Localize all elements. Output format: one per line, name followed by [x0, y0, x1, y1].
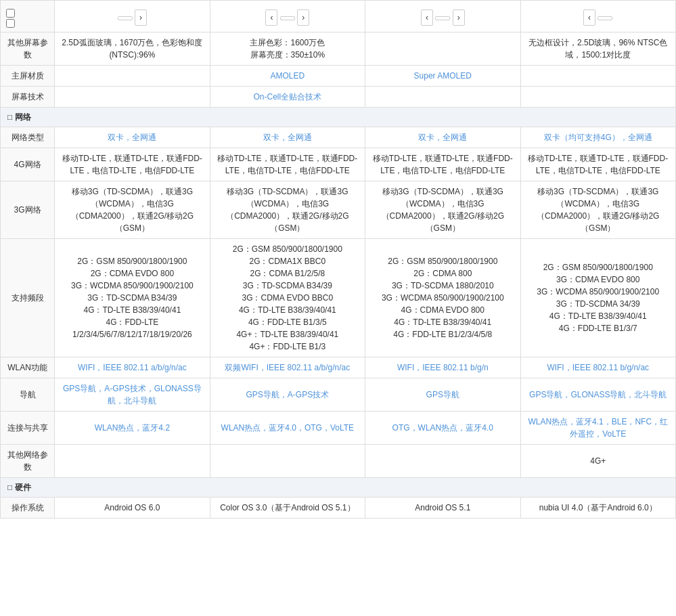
data-row: 其他屏幕参数2.5D弧面玻璃，1670万色，色彩饱和度(NTSC):96%主屏色…: [1, 32, 676, 66]
row-label: 导航: [1, 378, 55, 412]
section-label: □ 硬件: [1, 478, 676, 498]
table-cell: WIFI，IEEE 802.11 a/b/g/n/ac: [55, 357, 210, 378]
data-row: 其他网络参数4G+: [1, 445, 676, 478]
table-cell: [55, 87, 210, 108]
checkbox-area: [6, 9, 49, 28]
row-label: 其他网络参数: [1, 445, 55, 478]
table-cell: 双频WIFI，IEEE 802.11 a/b/g/n/ac: [210, 357, 365, 378]
checkbox-hide-same[interactable]: [6, 9, 49, 18]
table-cell: Super AMOLED: [365, 66, 520, 87]
data-row: 操作系统Android OS 6.0Color OS 3.0（基于Android…: [1, 498, 676, 519]
next-btn-2[interactable]: ›: [453, 9, 465, 26]
table-cell: 2.5D弧面玻璃，1670万色，色彩饱和度(NTSC):96%: [55, 32, 210, 66]
table-cell: 双卡，全网通: [55, 127, 210, 148]
table-cell: WIFI，IEEE 802.11 b/g/n/ac: [520, 357, 675, 378]
table-cell: 移动3G（TD-SCDMA），联通3G（WCDMA），电信3G（CDMA2000…: [55, 181, 210, 239]
phone-header-3: ‹: [520, 1, 675, 32]
data-row: WLAN功能WIFI，IEEE 802.11 a/b/g/n/ac双频WIFI，…: [1, 357, 676, 378]
delete-btn-3[interactable]: [598, 16, 612, 20]
phone-header-1: ‹ ›: [210, 1, 365, 32]
table-cell: 无边框设计，2.5D玻璃，96% NTSC色域，1500:1对比度: [520, 32, 675, 66]
table-cell: GPS导航，A-GPS技术，GLONASS导航，北斗导航: [55, 378, 210, 412]
delete-btn-2[interactable]: [435, 16, 450, 20]
table-cell: 移动TD-LTE，联通TD-LTE，联通FDD-LTE，电信TD-LTE，电信F…: [210, 148, 365, 181]
row-label: WLAN功能: [1, 357, 55, 378]
table-cell: GPS导航，GLONASS导航，北斗导航: [520, 378, 675, 412]
data-row: 网络类型双卡，全网通双卡，全网通双卡，全网通双卡（均可支持4G），全网通: [1, 127, 676, 148]
row-label: 连接与共享: [1, 412, 55, 445]
table-cell: On-Cell全贴合技术: [210, 87, 365, 108]
section-header-row: □ 网络: [1, 108, 676, 127]
table-cell: [55, 66, 210, 87]
table-cell: Color OS 3.0（基于Android OS 5.1）: [210, 498, 365, 519]
row-label: 支持频段: [1, 239, 55, 357]
table-cell: 主屏色彩：1600万色屏幕亮度：350±10%: [210, 32, 365, 66]
data-row: 主屏材质AMOLEDSuper AMOLED: [1, 66, 676, 87]
data-row: 导航GPS导航，A-GPS技术，GLONASS导航，北斗导航GPS导航，A-GP…: [1, 378, 676, 412]
table-cell: GPS导航: [365, 378, 520, 412]
header-label-cell: [1, 1, 55, 32]
row-label: 主屏材质: [1, 66, 55, 87]
table-cell: 移动3G（TD-SCDMA），联通3G（WCDMA），电信3G（CDMA2000…: [210, 181, 365, 239]
table-cell: 移动TD-LTE，联通TD-LTE，联通FDD-LTE，电信TD-LTE，电信F…: [520, 148, 675, 181]
row-label: 4G网络: [1, 148, 55, 181]
table-cell: Android OS 6.0: [55, 498, 210, 519]
data-row: 支持频段2G：GSM 850/900/1800/19002G：CDMA EVDO…: [1, 239, 676, 357]
comparison-table: › ‹ › ‹ › ‹ 其他屏幕参数2.5D弧面玻: [0, 0, 676, 519]
table-cell: 2G：GSM 850/900/1800/19002G：CDMA EVDO 800…: [55, 239, 210, 357]
table-cell: AMOLED: [210, 66, 365, 87]
next-btn-0[interactable]: ›: [135, 9, 147, 26]
table-cell: nubia UI 4.0（基于Android 6.0）: [520, 498, 675, 519]
prev-btn-1[interactable]: ‹: [265, 9, 277, 26]
table-cell: WLAN热点，蓝牙4.0，OTG，VoLTE: [210, 412, 365, 445]
table-cell: [365, 32, 520, 66]
table-cell: OTG，WLAN热点，蓝牙4.0: [365, 412, 520, 445]
table-cell: 双卡，全网通: [365, 127, 520, 148]
row-label: 3G网络: [1, 181, 55, 239]
table-cell: WLAN热点，蓝牙4.2: [55, 412, 210, 445]
table-cell: [210, 445, 365, 478]
hide-same-checkbox[interactable]: [6, 9, 15, 18]
table-cell: WIFI，IEEE 802.11 b/g/n: [365, 357, 520, 378]
table-cell: [520, 87, 675, 108]
next-btn-1[interactable]: ›: [297, 9, 309, 26]
phone-header-0: ›: [55, 1, 210, 32]
phone-header-2: ‹ ›: [365, 1, 520, 32]
checkbox-show-selected[interactable]: [6, 19, 49, 28]
data-row: 3G网络移动3G（TD-SCDMA），联通3G（WCDMA），电信3G（CDMA…: [1, 181, 676, 239]
data-row: 连接与共享WLAN热点，蓝牙4.2WLAN热点，蓝牙4.0，OTG，VoLTEO…: [1, 412, 676, 445]
row-label: 其他屏幕参数: [1, 32, 55, 66]
prev-btn-3[interactable]: ‹: [583, 9, 595, 26]
data-row: 屏幕技术On-Cell全贴合技术: [1, 87, 676, 108]
row-label: 屏幕技术: [1, 87, 55, 108]
delete-btn-0[interactable]: [118, 16, 133, 20]
table-cell: 移动3G（TD-SCDMA），联通3G（WCDMA），电信3G（CDMA2000…: [365, 181, 520, 239]
table-cell: Android OS 5.1: [365, 498, 520, 519]
table-cell: 2G：GSM 850/900/1800/19003G：CDMA EVDO 800…: [520, 239, 675, 357]
table-cell: WLAN热点，蓝牙4.1，BLE，NFC，红外遥控，VoLTE: [520, 412, 675, 445]
section-label: □ 网络: [1, 108, 676, 127]
table-cell: [365, 445, 520, 478]
data-row: 4G网络移动TD-LTE，联通TD-LTE，联通FDD-LTE，电信TD-LTE…: [1, 148, 676, 181]
row-label: 网络类型: [1, 127, 55, 148]
table-cell: 移动TD-LTE，联通TD-LTE，联通FDD-LTE，电信TD-LTE，电信F…: [55, 148, 210, 181]
table-cell: 双卡（均可支持4G），全网通: [520, 127, 675, 148]
table-cell: 2G：GSM 850/900/1800/19002G：CDMA 8003G：TD…: [365, 239, 520, 357]
table-cell: 移动TD-LTE，联通TD-LTE，联通FDD-LTE，电信TD-LTE，电信F…: [365, 148, 520, 181]
table-cell: 移动3G（TD-SCDMA），联通3G（WCDMA），电信3G（CDMA2000…: [520, 181, 675, 239]
show-selected-checkbox[interactable]: [6, 19, 15, 28]
prev-btn-2[interactable]: ‹: [421, 9, 433, 26]
row-label: 操作系统: [1, 498, 55, 519]
table-cell: 双卡，全网通: [210, 127, 365, 148]
table-cell: [365, 87, 520, 108]
table-cell: [520, 66, 675, 87]
table-cell: [55, 445, 210, 478]
table-cell: GPS导航，A-GPS技术: [210, 378, 365, 412]
section-header-row: □ 硬件: [1, 478, 676, 498]
delete-btn-1[interactable]: [280, 16, 295, 20]
table-cell: 4G+: [520, 445, 675, 478]
table-cell: 2G：GSM 850/900/1800/19002G：CDMA1X BBC02G…: [210, 239, 365, 357]
